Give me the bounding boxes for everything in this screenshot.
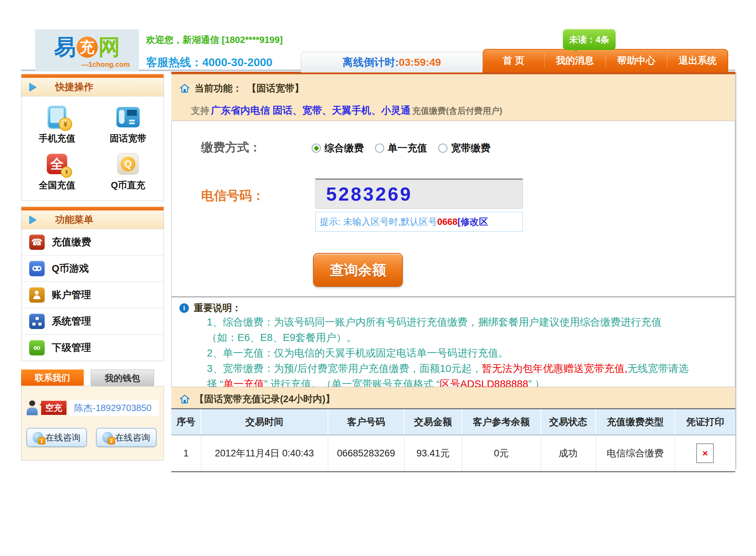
menu-item-subordinate-management[interactable]: ∞ 下级管理: [21, 334, 164, 361]
cell-customer-number: 06685283269: [328, 435, 404, 472]
nav-help-center[interactable]: 帮助中心: [605, 54, 667, 67]
nav-logout[interactable]: 退出系统: [667, 54, 729, 67]
menu-item-qcoin-games[interactable]: Q币游戏: [21, 255, 164, 282]
col-customer-number: 客户号码: [328, 409, 404, 435]
menu-item-system-management[interactable]: 系统管理: [21, 308, 164, 334]
main-content: 当前功能： 【固话宽带】 支持 广东省内电信 固话、宽带、天翼手机、小灵通 充值…: [171, 72, 736, 469]
nav-home[interactable]: 首 页: [483, 54, 544, 67]
subordinate-manage-icon: ∞: [29, 340, 45, 355]
page: 易 充 网 —1chong.com 欢迎您，新湖通信 [1802****9199…: [0, 0, 756, 556]
menu-item-recharge-pay[interactable]: ☎ 充值缴费: [21, 229, 164, 255]
welcome-text: 欢迎您，新湖通信 [1802****9199]: [146, 34, 283, 46]
qcoin-recharge-icon: Q: [116, 152, 140, 176]
important-notes: i 重要说明： 1、综合缴费：为该号码同一账户内所有号码进行充值缴费，捆绑套餐用…: [171, 297, 735, 387]
function-menu-section: 功能菜单 ☎ 充值缴费 Q币游戏 账户管理 系统管理: [21, 207, 164, 361]
empty-recharge-badge: 空充: [41, 401, 66, 415]
account-manage-icon: [29, 287, 45, 303]
consult-row: 1 在线咨询 2 在线咨询: [26, 428, 159, 447]
radio-broadband-pay[interactable]: [438, 144, 447, 153]
notes-title: 重要说明：: [194, 302, 241, 314]
telecom-number-label: 电信号码：: [201, 187, 265, 204]
cell-status: 成功: [541, 435, 596, 472]
radio-label-single[interactable]: 单一充值: [388, 141, 427, 155]
quick-item-landline-broadband[interactable]: 固话宽带: [93, 102, 164, 149]
sidebar: 快捷操作 ¥ 手机充值 固话宽带 全¥: [21, 74, 164, 461]
support-highlight: 广东省内电信 固话、宽带、天翼手机、小灵通: [211, 105, 411, 116]
agent-name: 陈杰-18929703850: [74, 402, 152, 414]
area-code-tip: 提示: 未输入区号时,默认区号 0668 [修改区: [315, 212, 523, 232]
tab-contact-us[interactable]: 联系我们: [21, 369, 84, 386]
hotline-text: 客服热线：4000-30-2000: [146, 55, 272, 70]
agent-avatar-icon: [26, 400, 38, 415]
radio-single-recharge[interactable]: [375, 144, 384, 153]
menu-item-account-management[interactable]: 账户管理: [21, 282, 164, 308]
function-menu-header: 功能菜单: [21, 210, 164, 229]
home-icon: [180, 394, 190, 404]
home-icon: [180, 84, 190, 93]
quick-operations-header: 快捷操作: [21, 78, 164, 96]
cell-transaction-time: 2012年11月4日 0:40:43: [201, 435, 328, 472]
landline-broadband-icon: [116, 105, 140, 129]
qcoin-game-icon: [29, 261, 45, 276]
col-ref-balance: 客户参考余额: [462, 409, 541, 435]
cell-serial: 1: [171, 435, 201, 472]
col-status: 交易状态: [541, 409, 596, 435]
play-arrow-icon: [29, 215, 36, 224]
recharge-pay-icon: ☎: [29, 234, 45, 250]
note-line-4: 3、宽带缴费：为预/后付费宽带用户充值缴费，面额10元起，暂无法为包年优惠赠送宽…: [207, 361, 735, 376]
col-serial: 序号: [171, 409, 201, 435]
online-consult-button-2[interactable]: 2 在线咨询: [96, 428, 157, 447]
quick-item-label: Q币直充: [111, 179, 145, 191]
agent-row: 空充 陈杰-18929703850: [26, 400, 159, 416]
query-balance-button[interactable]: 查询余额: [313, 253, 403, 287]
quick-item-label: 全国充值: [39, 179, 75, 191]
play-arrow-icon: [29, 83, 36, 91]
online-consult-button-1[interactable]: 1 在线咨询: [26, 428, 87, 447]
cell-voucher-print: ×: [675, 435, 735, 472]
cell-type: 电信综合缴费: [596, 435, 675, 472]
section-orange-strip: [21, 74, 164, 78]
mobile-recharge-icon: ¥: [45, 105, 69, 129]
records-title: 【固话宽带充值记录(24小时内)】: [195, 393, 335, 405]
quick-item-mobile-recharge[interactable]: ¥ 手机充值: [21, 102, 93, 149]
info-icon: i: [179, 303, 189, 313]
records-table: 序号 交易时间 客户号码 交易金额 客户参考余额 交易状态 充值缴费类型 凭证打…: [171, 408, 735, 472]
quick-operations-section: 快捷操作 ¥ 手机充值 固话宽带 全¥: [21, 74, 164, 201]
radio-label-combined[interactable]: 综合缴费: [324, 141, 364, 155]
consult-number-badge: 2: [108, 437, 115, 444]
nationwide-recharge-icon: 全¥: [45, 152, 69, 176]
telecom-number-input[interactable]: 5283269: [315, 178, 523, 209]
support-line: 支持 广东省内电信 固话、宽带、天翼手机、小灵通 充值缴费(含后付费用户): [191, 104, 735, 117]
current-function-value: 【固话宽带】: [247, 82, 304, 95]
note-line-1: 1、综合缴费：为该号码同一账户内所有号码进行充值缴费，捆绑套餐用户建议使用综合缴…: [207, 314, 735, 330]
logo-char-3: 网: [99, 32, 120, 62]
quick-item-nationwide-recharge[interactable]: 全¥ 全国充值: [21, 149, 93, 196]
radio-label-broadband[interactable]: 宽带缴费: [451, 141, 490, 155]
tab-my-wallet[interactable]: 我的钱包: [91, 369, 154, 386]
logo-char-2: 充: [77, 37, 98, 58]
countdown-label: 离线倒计时:: [342, 55, 399, 70]
offline-countdown-tab: 离线倒计时: 03:59:49: [301, 52, 483, 72]
logo-domain: —1chong.com: [81, 61, 130, 69]
function-menu-title: 功能菜单: [55, 213, 93, 226]
quick-operations-title: 快捷操作: [55, 81, 93, 93]
nav-messages[interactable]: 我的消息: [544, 54, 606, 67]
recharge-form: 缴费方式： 综合缴费 单一充值 宽带缴费 电信号码： 5283269 提示: 未…: [171, 121, 735, 297]
quick-item-label: 固话宽带: [110, 132, 146, 145]
col-type: 充值缴费类型: [596, 409, 675, 435]
quick-item-qcoin-recharge[interactable]: Q Q币直充: [93, 149, 164, 196]
col-voucher-print: 凭证打印: [675, 409, 735, 435]
logo-text: 易 充 网: [54, 32, 120, 62]
unread-messages-badge[interactable]: 未读：4条: [563, 29, 616, 50]
radio-combined-pay[interactable]: [312, 144, 321, 153]
records-band: 【固话宽带充值记录(24小时内)】: [171, 387, 735, 408]
note-line-3: 2、单一充值：仅为电信的天翼手机或固定电话单一号码进行充值。: [207, 345, 735, 361]
broken-image-icon[interactable]: ×: [696, 443, 714, 463]
col-amount: 交易金额: [404, 409, 462, 435]
cell-amount: 93.41元: [404, 435, 462, 472]
qq-icon: 2: [102, 432, 113, 443]
consult-number-badge: 1: [38, 437, 45, 444]
site-logo[interactable]: 易 充 网 —1chong.com: [35, 29, 139, 71]
change-area-code-link[interactable]: [修改区: [458, 216, 488, 228]
cell-ref-balance: 0元: [462, 435, 541, 472]
